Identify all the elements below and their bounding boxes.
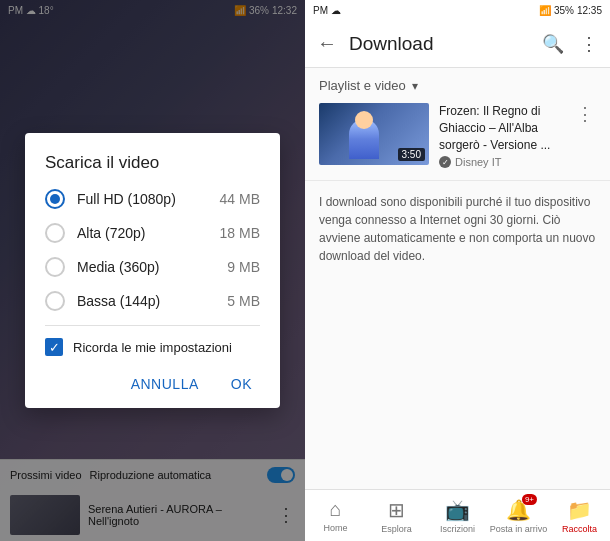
video-duration: 3:50 [398,148,425,161]
dialog-divider [45,325,260,326]
search-button[interactable]: 🔍 [538,29,568,59]
dialog-title: Scarica il video [45,153,260,173]
radio-fullhd-left: Full HD (1080p) [45,189,176,209]
filter-label: Playlist e video [319,78,406,93]
radio-alta[interactable]: Alta (720p) 18 MB [45,223,260,243]
radio-alta-circle [45,223,65,243]
video-info: Frozen: Il Regno di Ghiaccio – All'Alba … [439,103,564,168]
right-toolbar: ← Download 🔍 ⋮ [305,20,610,68]
remember-checkbox[interactable]: ✓ [45,338,63,356]
right-content: Playlist e video ▾ 3:50 Frozen: Il Regno… [305,68,610,489]
thumbnail-character [349,119,379,159]
radio-fullhd-label: Full HD (1080p) [77,191,176,207]
account-label: Raccolta [562,524,597,534]
right-status-left: PM ☁ [313,5,341,16]
nav-item-account[interactable]: 📁 Raccolta [549,494,610,538]
nav-item-home[interactable]: ⌂ Home [305,494,366,537]
ok-button[interactable]: OK [223,372,260,396]
download-dialog: Scarica il video Full HD (1080p) 44 MB A… [25,133,280,408]
nav-item-explore[interactable]: ⊞ Esplora [366,494,427,538]
dialog-overlay: Scarica il video Full HD (1080p) 44 MB A… [0,0,305,541]
home-label: Home [323,523,347,533]
inbox-icon: 🔔 9+ [506,498,531,522]
right-panel: PM ☁ 📶 35% 12:35 ← Download 🔍 ⋮ Playlist… [305,0,610,541]
radio-fullhd[interactable]: Full HD (1080p) 44 MB [45,189,260,209]
back-button[interactable]: ← [313,28,341,59]
video-menu-icon[interactable]: ⋮ [574,103,596,125]
video-card[interactable]: 3:50 Frozen: Il Regno di Ghiaccio – All'… [305,103,610,180]
radio-media-left: Media (360p) [45,257,160,277]
radio-media-size: 9 MB [227,259,260,275]
bottom-nav: ⌂ Home ⊞ Esplora 📺 Iscrizioni 🔔 9+ Posta… [305,489,610,541]
subscriptions-icon: 📺 [445,498,470,522]
radio-alta-left: Alta (720p) [45,223,145,243]
filter-arrow-icon: ▾ [412,79,418,93]
right-time: 12:35 [577,5,602,16]
remember-checkbox-row[interactable]: ✓ Ricorda le mie impostazioni [45,338,260,356]
dialog-buttons: ANNULLA OK [45,372,260,396]
radio-bassa-circle [45,291,65,311]
account-icon: 📁 [567,498,592,522]
nav-item-subscriptions[interactable]: 📺 Iscrizioni [427,494,488,538]
nav-item-inbox[interactable]: 🔔 9+ Posta in arrivo [488,494,549,538]
left-panel: PM ☁ 18° 📶 36% 12:32 Scarica il video Fu… [0,0,305,541]
explore-icon: ⊞ [388,498,405,522]
radio-bassa-size: 5 MB [227,293,260,309]
radio-alta-size: 18 MB [220,225,260,241]
radio-media-circle [45,257,65,277]
radio-bassa-left: Bassa (144p) [45,291,160,311]
page-title: Download [349,33,530,55]
radio-bassa-label: Bassa (144p) [77,293,160,309]
home-icon: ⌂ [329,498,341,521]
right-status-right: 📶 35% 12:35 [539,5,602,16]
radio-bassa[interactable]: Bassa (144p) 5 MB [45,291,260,311]
radio-media-label: Media (360p) [77,259,160,275]
explore-label: Esplora [381,524,412,534]
info-text: I download sono disponibili purché il tu… [305,180,610,277]
cancel-button[interactable]: ANNULLA [123,372,207,396]
checkbox-checkmark: ✓ [49,341,60,354]
remember-checkbox-label: Ricorda le mie impostazioni [73,340,232,355]
video-channel: ✓ Disney IT [439,156,564,168]
filter-row[interactable]: Playlist e video ▾ [305,68,610,103]
radio-alta-label: Alta (720p) [77,225,145,241]
channel-name: Disney IT [455,156,501,168]
right-battery-text: 35% [554,5,574,16]
right-signal-icon: 📶 [539,5,551,16]
verified-icon: ✓ [439,156,451,168]
radio-media[interactable]: Media (360p) 9 MB [45,257,260,277]
right-status-bar: PM ☁ 📶 35% 12:35 [305,0,610,20]
video-title: Frozen: Il Regno di Ghiaccio – All'Alba … [439,103,564,153]
more-button[interactable]: ⋮ [576,29,602,59]
inbox-label: Posta in arrivo [490,524,548,534]
radio-fullhd-circle [45,189,65,209]
subscriptions-label: Iscrizioni [440,524,475,534]
right-status-icons: PM ☁ [313,5,341,16]
inbox-badge: 9+ [522,494,537,505]
radio-fullhd-size: 44 MB [220,191,260,207]
video-thumbnail: 3:50 [319,103,429,165]
